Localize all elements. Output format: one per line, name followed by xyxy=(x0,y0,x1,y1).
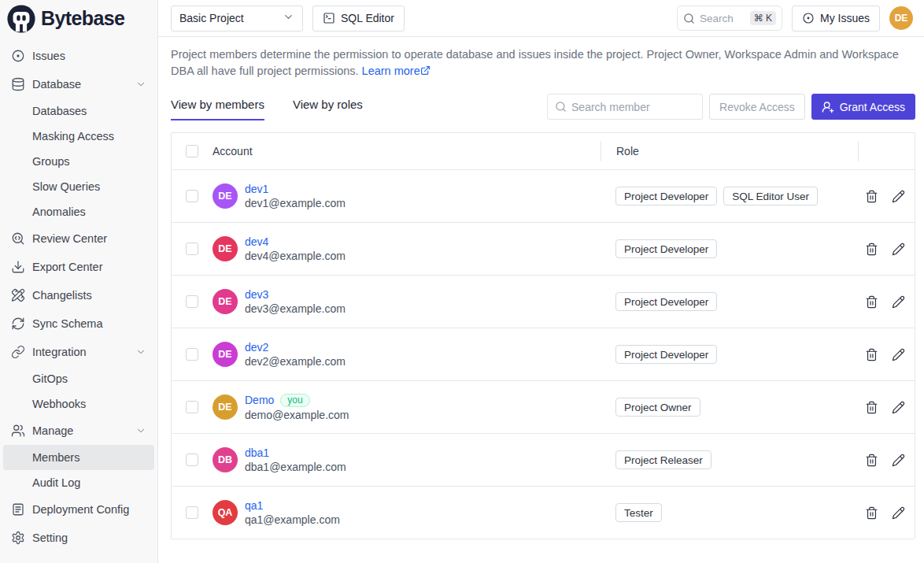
sidebar-item-label: Slow Queries xyxy=(32,180,100,193)
you-badge: you xyxy=(280,394,309,407)
row-checkbox[interactable] xyxy=(186,295,198,308)
sidebar-item-members[interactable]: Members xyxy=(3,445,154,470)
member-name-link[interactable]: dev1 xyxy=(245,183,268,195)
member-name-link[interactable]: dev4 xyxy=(245,235,268,248)
member-name-link[interactable]: dev3 xyxy=(245,288,268,301)
member-email: dev4@example.com xyxy=(245,250,346,262)
delete-member-button[interactable] xyxy=(865,243,878,256)
delete-member-button[interactable] xyxy=(865,454,878,467)
database-icon xyxy=(11,77,25,91)
delete-member-button[interactable] xyxy=(865,401,878,414)
sidebar-item-groups[interactable]: Groups xyxy=(3,149,154,174)
sidebar-item-label: Setting xyxy=(32,532,68,544)
member-name-link[interactable]: qa1 xyxy=(245,499,263,512)
sidebar-item-label: Groups xyxy=(32,155,70,168)
sidebar-item-databases[interactable]: Databases xyxy=(3,98,154,124)
edit-member-button[interactable] xyxy=(892,190,905,203)
row-checkbox[interactable] xyxy=(186,506,198,519)
tab-view-by-members[interactable]: View by members xyxy=(171,93,264,120)
grant-access-label: Grant Access xyxy=(840,101,905,113)
avatar: QA xyxy=(213,500,238,525)
sidebar-item-issues[interactable]: Issues xyxy=(3,42,154,70)
review-center-icon xyxy=(11,231,25,246)
sidebar-item-gitops[interactable]: GitOps xyxy=(3,366,154,391)
setting-icon xyxy=(11,531,25,545)
chevron-down-icon xyxy=(135,79,146,90)
sidebar-item-webhooks[interactable]: Webhooks xyxy=(3,391,154,417)
chevron-down-icon xyxy=(135,346,146,357)
edit-member-button[interactable] xyxy=(892,506,905,520)
sql-editor-button[interactable]: SQL Editor xyxy=(312,6,405,31)
sidebar-item-setting[interactable]: Setting xyxy=(3,524,154,552)
member-row: DEdev4dev4@example.comProject Developer xyxy=(172,222,915,275)
members-table: Account Role DEdev1dev1@example.comProje… xyxy=(171,132,915,539)
sidebar-item-slow-queries[interactable]: Slow Queries xyxy=(3,174,154,199)
grant-access-button[interactable]: Grant Access xyxy=(811,94,915,120)
edit-member-button[interactable] xyxy=(892,295,905,309)
row-checkbox[interactable] xyxy=(186,348,198,361)
member-email: qa1@example.com xyxy=(245,513,340,526)
delete-member-button[interactable] xyxy=(865,295,878,309)
member-row: DEdev3dev3@example.comProject Developer xyxy=(172,275,915,328)
sidebar-item-anomalies[interactable]: Anomalies xyxy=(3,199,154,224)
edit-member-button[interactable] xyxy=(892,243,905,256)
global-search-input[interactable]: Search ⌘ K xyxy=(677,6,782,31)
sidebar-item-export-center[interactable]: Export Center xyxy=(3,253,154,281)
description-text: Project members determine the permission… xyxy=(171,48,899,77)
external-link-icon xyxy=(420,65,431,77)
sidebar-item-label: Masking Access xyxy=(32,130,114,143)
changelists-icon xyxy=(11,288,25,302)
sidebar-item-manage[interactable]: Manage xyxy=(3,417,154,445)
row-checkbox[interactable] xyxy=(186,454,198,466)
my-issues-button[interactable]: My Issues xyxy=(792,6,880,31)
role-badge: SQL Editor User xyxy=(723,187,818,206)
avatar: DB xyxy=(213,447,238,472)
row-checkbox[interactable] xyxy=(186,190,198,202)
member-name-link[interactable]: dba1 xyxy=(245,446,269,459)
delete-member-button[interactable] xyxy=(865,348,878,361)
edit-member-button[interactable] xyxy=(892,348,905,361)
sidebar-item-deployment-config[interactable]: Deployment Config xyxy=(3,495,154,524)
user-avatar[interactable]: DE xyxy=(889,6,913,30)
sidebar-item-changelists[interactable]: Changelists xyxy=(3,281,154,309)
edit-member-button[interactable] xyxy=(892,401,905,414)
sidebar-item-label: Export Center xyxy=(32,261,102,273)
sidebar-item-audit-log[interactable]: Audit Log xyxy=(3,470,154,495)
sidebar-item-integration[interactable]: Integration xyxy=(3,338,154,366)
tab-view-by-roles[interactable]: View by roles xyxy=(293,93,363,120)
issues-icon xyxy=(11,49,25,63)
circle-dot-icon xyxy=(802,12,815,24)
learn-more-link[interactable]: Learn more xyxy=(362,65,420,77)
sidebar-item-masking-access[interactable]: Masking Access xyxy=(3,124,154,149)
column-header-account: Account xyxy=(213,145,601,157)
sidebar-item-sync-schema[interactable]: Sync Schema xyxy=(3,309,154,338)
sidebar-item-label: Members xyxy=(32,451,79,464)
sidebar: Bytebase IssuesDatabaseDatabasesMasking … xyxy=(0,0,158,563)
revoke-access-button[interactable]: Revoke Access xyxy=(709,94,805,120)
sidebar-item-label: Issues xyxy=(32,50,65,62)
terminal-icon xyxy=(323,12,335,24)
delete-member-button[interactable] xyxy=(865,190,878,203)
row-checkbox[interactable] xyxy=(186,401,198,413)
member-row: DBdba1dba1@example.comProject Releaser xyxy=(172,433,915,486)
role-badge: Project Owner xyxy=(615,398,700,417)
project-select[interactable]: Basic Project xyxy=(171,6,303,31)
member-name-link[interactable]: Demo xyxy=(245,394,274,406)
my-issues-label: My Issues xyxy=(820,12,870,24)
row-checkbox[interactable] xyxy=(186,243,198,255)
member-email: dev1@example.com xyxy=(245,197,346,209)
sidebar-item-review-center[interactable]: Review Center xyxy=(3,224,154,253)
chevron-down-icon xyxy=(135,425,146,436)
member-name-link[interactable]: dev2 xyxy=(245,341,268,354)
select-all-checkbox[interactable] xyxy=(186,145,198,157)
members-page: Project members determine the permission… xyxy=(158,37,924,563)
brand-logo[interactable]: Bytebase xyxy=(0,0,157,37)
sidebar-item-database[interactable]: Database xyxy=(3,70,154,98)
edit-member-button[interactable] xyxy=(892,454,905,467)
sidebar-item-label: Changelists xyxy=(32,289,92,302)
delete-member-button[interactable] xyxy=(865,506,878,520)
deployment-config-icon xyxy=(11,502,25,517)
sidebar-item-label: Manage xyxy=(32,424,73,437)
member-search-input[interactable] xyxy=(571,101,695,113)
role-badge: Project Developer xyxy=(615,292,717,311)
